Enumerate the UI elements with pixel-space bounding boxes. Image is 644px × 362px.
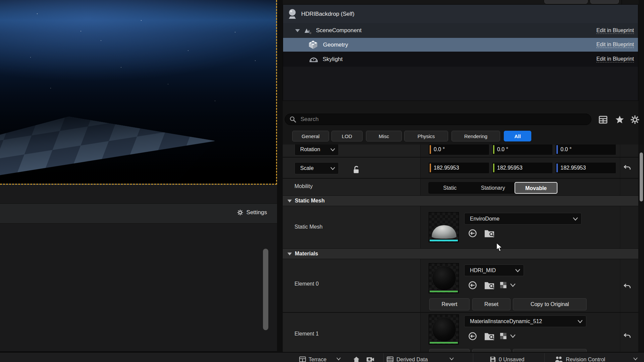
rotation-z-field[interactable]: 0.0 ° xyxy=(555,144,616,155)
edit-in-blueprint-link[interactable]: Edit in Blueprint xyxy=(596,27,634,34)
static-mesh-thumbnail[interactable] xyxy=(429,212,459,242)
browse-to-asset-icon[interactable] xyxy=(484,331,495,341)
revert-button-clipped[interactable] xyxy=(429,349,470,352)
details-search-box[interactable] xyxy=(285,114,591,125)
mobility-segmented-control: Static Stationary Movable xyxy=(428,182,557,194)
status-divider xyxy=(544,353,545,362)
element0-thumbnail[interactable] xyxy=(429,263,459,293)
settings-button[interactable]: Settings xyxy=(237,209,267,216)
materials-section-header[interactable]: Materials xyxy=(283,248,638,259)
tab-misc[interactable]: Misc xyxy=(366,131,402,141)
element0-label: Element 0 xyxy=(294,281,319,287)
derived-data-icon xyxy=(386,356,394,362)
viewport-stars xyxy=(0,0,1,1)
camera-icon[interactable] xyxy=(366,356,374,362)
tab-all[interactable]: All xyxy=(504,131,531,141)
scale-lock-icon[interactable] xyxy=(352,165,361,175)
rotation-mode-dropdown[interactable]: Rotation xyxy=(294,144,339,156)
unreal-editor-window: Settings HDRIBackdrop (Self) xyxy=(0,0,644,362)
level-drawer-icon xyxy=(299,356,306,362)
static-mesh-section-header[interactable]: Static Mesh xyxy=(283,195,638,206)
gear-icon xyxy=(237,209,244,216)
chevron-down-icon[interactable] xyxy=(510,334,516,338)
tree-row-skylight[interactable]: Skylight Edit in Blueprint xyxy=(283,52,638,67)
rotation-x-field[interactable]: 0.0 ° xyxy=(428,144,489,155)
chevron-down-icon[interactable] xyxy=(633,357,638,360)
element1-label: Element 1 xyxy=(294,331,319,337)
copy-to-original-button[interactable]: Copy to Original xyxy=(513,298,587,310)
clipped-toolbar-button[interactable] xyxy=(544,0,588,4)
reset-element1-icon[interactable] xyxy=(623,332,632,341)
tree-row-hdribackdrop[interactable]: HDRIBackdrop (Self) xyxy=(283,5,638,23)
row-divider xyxy=(283,178,638,179)
reset-button[interactable]: Reset xyxy=(472,298,511,310)
scale-y-field[interactable]: 182.95953 xyxy=(492,162,553,174)
rotation-y-field[interactable]: 0.0 ° xyxy=(492,144,553,155)
mobility-static[interactable]: Static xyxy=(428,185,472,191)
window-corner xyxy=(622,0,639,4)
element0-material-dropdown[interactable]: HDRI_MID xyxy=(464,264,524,276)
reset-element0-icon[interactable] xyxy=(623,283,632,291)
static-mesh-dropdown[interactable]: EnviroDome xyxy=(464,213,582,225)
section-expander-icon xyxy=(287,199,292,203)
material-type-underline xyxy=(430,291,458,292)
level-viewport[interactable] xyxy=(0,0,277,185)
texture-checker-icon[interactable] xyxy=(499,332,507,340)
lower-left-panel: Settings xyxy=(0,185,277,352)
scale-mode-dropdown[interactable]: Scale xyxy=(294,162,339,174)
tab-rendering[interactable]: Rendering xyxy=(451,131,500,141)
favorites-star-icon[interactable] xyxy=(615,115,625,124)
texture-checker-icon[interactable] xyxy=(499,281,507,289)
scale-x-field[interactable]: 182.95953 xyxy=(428,162,489,174)
derived-data-label[interactable]: Derived Data xyxy=(396,357,428,362)
details-properties: Rotation 0.0 ° 0.0 ° 0.0 ° Scale 182.959… xyxy=(283,144,638,352)
chevron-down-icon[interactable] xyxy=(449,357,454,360)
row-divider xyxy=(283,157,638,158)
skylight-icon xyxy=(309,56,318,62)
revision-control-label[interactable]: Revision Control xyxy=(566,357,605,362)
chevron-down-icon[interactable] xyxy=(510,283,516,287)
search-icon xyxy=(289,116,297,123)
material-sphere-preview xyxy=(432,317,456,342)
use-selected-asset-icon[interactable] xyxy=(468,281,477,290)
browse-to-asset-icon[interactable] xyxy=(484,281,495,290)
tab-physics[interactable]: Physics xyxy=(404,131,448,141)
scale-z-field[interactable]: 182.95953 xyxy=(555,162,616,174)
expander-triangle-icon[interactable] xyxy=(295,28,300,33)
reset-scale-icon[interactable] xyxy=(623,164,632,172)
edit-in-blueprint-link[interactable]: Edit in Blueprint xyxy=(596,42,634,48)
section-expander-icon xyxy=(287,252,292,256)
reset-button-clipped[interactable] xyxy=(472,349,511,352)
status-divider xyxy=(473,353,473,362)
element1-thumbnail[interactable] xyxy=(429,314,459,345)
tab-lod[interactable]: LOD xyxy=(331,131,363,141)
dome-preview xyxy=(432,225,457,239)
use-selected-asset-icon[interactable] xyxy=(468,331,477,341)
tree-row-geometry[interactable]: Geometry Edit in Blueprint xyxy=(283,38,638,52)
search-input[interactable] xyxy=(300,116,587,123)
browse-to-asset-icon[interactable] xyxy=(484,229,495,238)
tab-general[interactable]: General xyxy=(292,131,329,141)
copy-to-original-button-clipped[interactable]: … xyxy=(513,349,587,352)
home-icon[interactable] xyxy=(353,356,360,362)
details-settings-gear-icon[interactable] xyxy=(630,115,640,125)
clipped-toolbar-button[interactable] xyxy=(590,0,619,4)
details-scrollbar-thumb[interactable] xyxy=(640,153,643,201)
mobility-label: Mobility xyxy=(294,183,313,189)
level-name-label[interactable]: Terrace xyxy=(309,357,326,362)
use-selected-asset-icon[interactable] xyxy=(468,229,477,238)
revert-button[interactable]: Revert xyxy=(429,298,470,310)
svg-text:C: C xyxy=(310,32,312,35)
component-label: Geometry xyxy=(323,42,348,48)
mobility-movable[interactable]: Movable xyxy=(515,182,557,194)
display-filter-grid-icon[interactable] xyxy=(598,115,608,125)
mobility-stationary[interactable]: Stationary xyxy=(472,185,515,191)
element1-material-dropdown[interactable]: MaterialInstanceDynamic_512 xyxy=(464,315,586,327)
left-panel-scrollbar[interactable] xyxy=(263,249,268,330)
unsaved-count-label[interactable]: 0 Unsaved xyxy=(499,357,525,362)
static-mesh-cube-icon xyxy=(308,40,318,49)
edit-in-blueprint-link[interactable]: Edit in Blueprint xyxy=(596,56,634,62)
chevron-down-icon[interactable] xyxy=(336,357,341,360)
tree-row-scenecomponent[interactable]: C SceneComponent Edit in Blueprint xyxy=(283,23,638,38)
row-divider xyxy=(283,312,638,313)
